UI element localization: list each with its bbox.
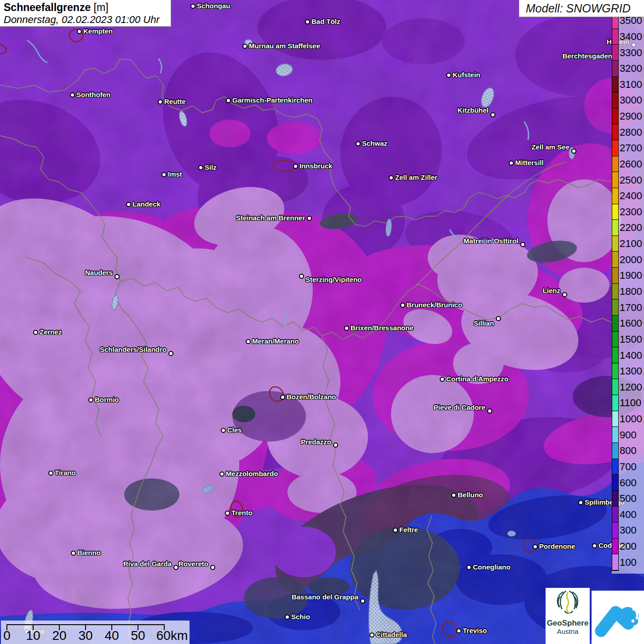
city-label: Innsbruck: [299, 162, 333, 170]
city-dot: [446, 73, 451, 78]
city-dot: [246, 339, 251, 344]
colorbar-tick-label: 2300: [620, 206, 642, 218]
city-dot: [190, 4, 196, 9]
colorbar-tick-label: 700: [620, 461, 637, 473]
city-dot: [280, 395, 285, 400]
colorbar-tick-label: 1500: [620, 334, 642, 345]
colorbar-segment: [612, 140, 618, 156]
colorbar-tick-label: 900: [620, 429, 637, 441]
colorbar-segment: [612, 491, 618, 507]
city-dot: [490, 112, 495, 117]
colorbar-tick-label: 1800: [620, 286, 642, 298]
city-label: Imst: [168, 170, 182, 178]
city-label: Landeck: [132, 200, 161, 208]
city-label: Sterzing/Vipiteno: [305, 276, 362, 283]
city-dot: [305, 19, 310, 24]
colorbar-tick-label: 800: [620, 445, 637, 457]
city-label: Sillian: [474, 319, 494, 327]
city-label: Kitzbühel: [458, 106, 489, 114]
colorbar-tick-label: 100: [620, 557, 637, 569]
scale-bar: 0102030405060km: [1, 621, 190, 644]
colorbar-segment: [612, 379, 618, 395]
colorbar-tick-label: 2600: [620, 158, 642, 170]
city-label: Conegliano: [473, 563, 511, 571]
weather-map-screen: SchongauBad TölzKemptenHalleinMurnau am …: [0, 0, 644, 644]
city-label: Garmisch-Partenkirchen: [232, 96, 312, 104]
colorbar-tick-label: 1000: [620, 413, 642, 425]
city-dot: [115, 274, 120, 279]
colorbar-segment: [612, 77, 618, 93]
city-label: Cortina d'Ampezzo: [446, 375, 508, 383]
city-dot: [592, 543, 597, 548]
city-dot: [210, 565, 215, 570]
city-label: Trento: [231, 509, 253, 517]
scale-bar-label: 10: [26, 628, 40, 643]
colorbar-tick-label: 1400: [620, 350, 642, 362]
city-label: Silz: [205, 163, 217, 171]
scale-bar-label: 0: [3, 628, 11, 643]
city-dot: [393, 528, 398, 533]
city-dot: [198, 165, 203, 170]
colorbar-tick-label: 3400: [620, 31, 642, 43]
city-dot: [88, 397, 93, 402]
scale-bar-label: 60km: [156, 628, 188, 643]
model-label: Modell: SNOWGRID: [519, 0, 644, 17]
city-label: Bozen/Bolzano: [287, 393, 336, 401]
city-dot: [496, 316, 501, 321]
city-label: Schwaz: [362, 139, 387, 147]
city-dot: [158, 99, 163, 104]
city-label: Matrei in Osttirol: [464, 237, 518, 245]
city-dot: [77, 29, 82, 34]
city-label: Lienz: [543, 287, 560, 294]
city-label: Rovereto: [178, 560, 208, 568]
city-dot: [333, 443, 338, 448]
colorbar-tick-label: 2900: [620, 110, 642, 122]
city-dot: [48, 471, 53, 476]
city-label: Schongau: [197, 2, 230, 10]
colorbar-segment: [612, 29, 618, 45]
colorbar-segment: [612, 475, 618, 491]
colorbar-segment: [612, 172, 618, 188]
colorbar-tick-label: 3300: [620, 47, 642, 59]
scale-bar-label: 40: [104, 628, 119, 643]
colorbar-segment: [612, 124, 618, 140]
colorbar-tick-label: 1900: [620, 270, 642, 282]
colorbar-segment: [612, 523, 618, 539]
colorbar-segment: [612, 45, 618, 61]
city-label: Bruneck/Brunico: [407, 301, 462, 309]
colorbar-tick-label: 2100: [620, 238, 642, 250]
city-label: Brixen/Bressanone: [351, 324, 414, 332]
colorbar-tick-label: 400: [620, 509, 637, 521]
city-label: Riva del Garda: [123, 560, 172, 568]
city-label: Pieve di Cadore: [433, 403, 485, 411]
city-label: Zell am See: [531, 143, 569, 151]
city-label: Nauders: [85, 269, 113, 276]
colorbar-tick-label: 1700: [620, 302, 642, 314]
colorbar-tick-label: 300: [620, 524, 637, 536]
colorbar-tick-label: 200: [620, 540, 637, 552]
colorbar-tick-label: 3200: [620, 63, 642, 75]
city-dot: [33, 330, 38, 335]
colorbar-segment: [612, 427, 618, 443]
city-dot: [126, 202, 131, 207]
geosphere-country: Austria: [546, 627, 590, 635]
city-label: Predazzo: [301, 438, 331, 446]
page-title: Schneefallgrenze [m]: [4, 1, 167, 14]
city-label: Sonthofen: [76, 91, 110, 98]
city-label: Zell am Ziller: [395, 173, 437, 181]
scale-bar-label: 20: [52, 628, 66, 643]
city-dot: [168, 351, 173, 356]
colorbar-tick-label: 3100: [620, 79, 642, 91]
colorbar-segment: [612, 61, 618, 77]
city-dot: [221, 428, 226, 433]
scale-bar-label: 30: [78, 628, 92, 643]
colorbar-tick-label: 1200: [620, 381, 642, 393]
city-dot: [173, 565, 178, 570]
timestamp: Donnerstag, 02.02.2023 01:00 Uhr: [4, 14, 167, 25]
geosphere-contour-icon: [553, 588, 582, 616]
city-dot: [360, 598, 365, 604]
colorbar-strip: [612, 12, 619, 571]
colorbar-segment: [612, 443, 618, 459]
city-label: Bassano del Grappa: [292, 593, 358, 601]
city-label: Bad Tölz: [311, 17, 340, 25]
